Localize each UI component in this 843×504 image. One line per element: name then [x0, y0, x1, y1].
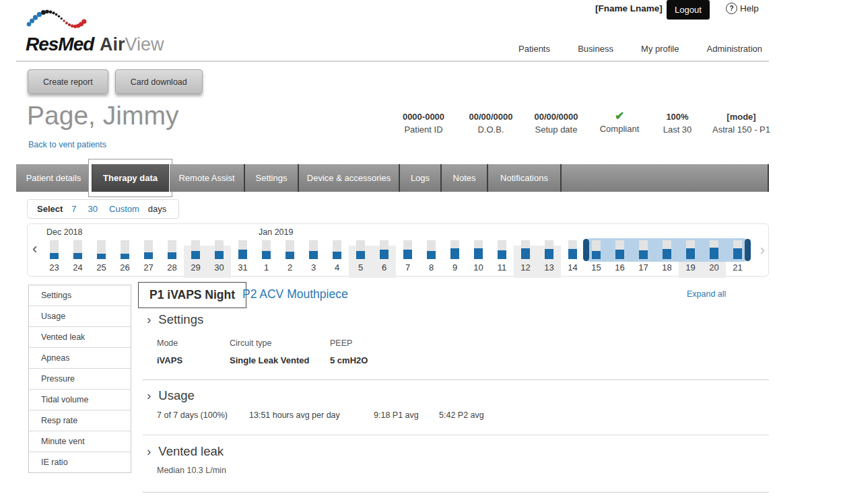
calendar-day-jan-1[interactable]: 1 [255, 239, 278, 274]
patient-stat-setup-date: 00/00/0000Setup date [534, 112, 578, 135]
chevron-left-icon[interactable]: ‹ [32, 242, 37, 256]
calendar-day-dec-31[interactable]: 31 [231, 239, 255, 274]
program-tab-p1-ivaps-night[interactable]: P1 iVAPS Night [138, 282, 246, 308]
calendar-day-jan-13[interactable]: 13 [537, 239, 561, 274]
calendar-day-jan-18[interactable]: 18 [655, 239, 679, 274]
sidebar-item-pressure[interactable]: Pressure [29, 369, 131, 390]
setting-label: PEEP [330, 338, 368, 348]
calendar-day-jan-3[interactable]: 3 [302, 239, 325, 274]
calendar-day-jan-2[interactable]: 2 [278, 239, 302, 274]
usage-bar-fill [97, 254, 106, 259]
range-option-7[interactable]: 7 [71, 204, 76, 214]
settings-section-header[interactable]: › Settings [147, 312, 203, 327]
tab-logs[interactable]: Logs [400, 164, 442, 192]
setting-field-mode: ModeiVAPS [157, 338, 182, 365]
usage-bar-fill [168, 252, 176, 259]
logged-in-user: [Fname Lname] [595, 3, 663, 13]
back-to-vent-patients-link[interactable]: Back to vent patients [28, 140, 106, 149]
usage-bar [615, 240, 624, 259]
setting-label: Mode [157, 338, 182, 348]
sidebar-item-resp-rate[interactable]: Resp rate [29, 410, 131, 431]
expand-all-link[interactable]: Expand all [687, 289, 726, 299]
range-option-30[interactable]: 30 [88, 204, 98, 214]
calendar-day-jan-20[interactable]: 20 [702, 239, 726, 274]
usage-bar-fill [639, 250, 648, 259]
stat-label: D.O.B. [469, 124, 512, 135]
calendar-day-jan-10[interactable]: 10 [467, 239, 490, 274]
create-report-button[interactable]: Create report [28, 69, 108, 94]
calendar-day-jan-15[interactable]: 15 [584, 239, 608, 274]
calendar-day-jan-14[interactable]: 14 [561, 239, 584, 274]
usage-bar [710, 240, 718, 259]
calendar-day-dec-29[interactable]: 29 [184, 239, 207, 274]
calendar-day-jan-6[interactable]: 6 [372, 239, 396, 274]
tab-notes[interactable]: Notes [442, 164, 488, 192]
tab-remote-assist[interactable]: Remote Assist [170, 164, 245, 192]
card-download-button[interactable]: Card download [115, 69, 203, 94]
nav-administration[interactable]: Administration [707, 44, 762, 54]
calendar-day-dec-27[interactable]: 27 [137, 239, 160, 274]
top-navigation: PatientsBusinessMy profileAdministration [518, 44, 762, 54]
calendar-day-jan-17[interactable]: 17 [632, 239, 655, 274]
calendar-day-jan-12[interactable]: 12 [514, 239, 537, 274]
calendar-day-dec-24[interactable]: 24 [66, 239, 90, 274]
calendar-day-jan-7[interactable]: 7 [396, 239, 419, 274]
section-divider [143, 380, 769, 380]
calendar-day-dec-25[interactable]: 25 [90, 239, 113, 274]
nav-patients[interactable]: Patients [518, 44, 550, 54]
usage-bar-fill [733, 248, 742, 259]
tab-therapy-data[interactable]: Therapy data [92, 164, 170, 192]
day-number: 28 [167, 262, 176, 273]
sidebar-item-usage[interactable]: Usage [29, 306, 131, 327]
day-number: 6 [382, 262, 386, 273]
range-option-custom[interactable]: Custom [109, 204, 139, 214]
calendar-day-jan-4[interactable]: 4 [325, 239, 349, 274]
calendar-day-jan-8[interactable]: 8 [419, 239, 443, 274]
calendar-day-dec-30[interactable]: 30 [207, 239, 231, 274]
range-options: 730Custom [71, 204, 139, 214]
usage-bar [686, 240, 695, 259]
usage-section-header[interactable]: › Usage [147, 388, 195, 403]
usage-bar [285, 240, 294, 259]
tab-patient-details[interactable]: Patient details [16, 164, 92, 192]
sidebar-item-ie-ratio[interactable]: IE ratio [29, 452, 131, 472]
tab-notifications[interactable]: Notifications [488, 164, 562, 192]
stat-label: Astral 150 - P1 [712, 124, 770, 135]
usage-bar [144, 240, 153, 259]
header-divider [16, 61, 769, 62]
tab-settings[interactable]: Settings [245, 164, 299, 192]
logout-button[interactable]: Logout [667, 0, 710, 20]
day-number: 4 [335, 262, 339, 273]
section-divider [143, 435, 769, 435]
chevron-right-icon[interactable]: › [760, 243, 765, 258]
sidebar-item-vented-leak[interactable]: Vented leak [29, 327, 131, 348]
help-label: Help [740, 3, 759, 13]
sidebar-item-apneas[interactable]: Apneas [29, 348, 131, 369]
usage-stat-4: 5:42 P2 avg [439, 410, 484, 420]
patient-stat-compliant: ✔Compliant [600, 112, 640, 134]
help-link[interactable]: ? Help [726, 3, 759, 14]
calendar-day-jan-21[interactable]: 21 [726, 239, 749, 274]
usage-bar-fill [592, 251, 601, 259]
calendar-day-jan-19[interactable]: 19 [679, 239, 702, 274]
sidebar-item-minute-vent[interactable]: Minute vent [29, 431, 131, 452]
calendar-day-jan-16[interactable]: 16 [608, 239, 632, 274]
usage-bar [427, 240, 436, 259]
sidebar-item-tidal-volume[interactable]: Tidal volume [29, 390, 131, 410]
nav-my-profile[interactable]: My profile [641, 44, 679, 54]
calendar-day-jan-5[interactable]: 5 [349, 239, 372, 274]
stat-value: 0000-0000 [403, 112, 444, 122]
program-tab-p2-acv-mouthpiece[interactable]: P2 ACV Mouthpiece [242, 287, 348, 301]
calendar-day-dec-23[interactable]: 23 [42, 239, 66, 274]
calendar-day-dec-26[interactable]: 26 [113, 239, 137, 274]
tab-device-accessories[interactable]: Device & accessories [299, 164, 400, 192]
calendar-day-dec-28[interactable]: 28 [160, 239, 184, 274]
patient-stat-patient-id: 0000-0000Patient ID [403, 112, 444, 135]
calendar-day-jan-9[interactable]: 9 [443, 239, 467, 274]
usage-bar-fill [521, 248, 530, 259]
sidebar-item-settings[interactable]: Settings [29, 285, 131, 306]
usage-bar [215, 240, 224, 259]
calendar-day-jan-11[interactable]: 11 [490, 239, 514, 274]
vented-leak-section-header[interactable]: › Vented leak [147, 444, 224, 459]
nav-business[interactable]: Business [578, 44, 613, 54]
